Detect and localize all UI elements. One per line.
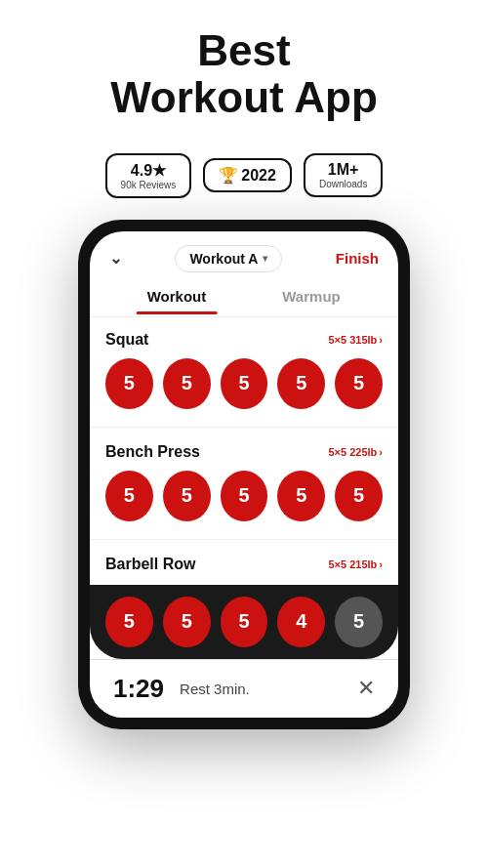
barbell-rep-5[interactable]: 5 xyxy=(335,597,383,647)
bench-chevron-icon: › xyxy=(379,446,383,458)
downloads-badge: 1M+ Downloads xyxy=(304,153,383,197)
barbell-name: Barbell Row xyxy=(105,556,195,573)
squat-circles: 5 5 5 5 5 xyxy=(105,358,383,409)
exercise-bench-press: Bench Press 5×5 225lb › 5 5 5 5 5 xyxy=(90,434,398,533)
barbell-header: Barbell Row 5×5 215lb › xyxy=(105,556,383,573)
award-value: 🏆 2022 xyxy=(219,166,276,185)
timer-label: Rest 3min. xyxy=(180,681,342,697)
squat-meta[interactable]: 5×5 315lb › xyxy=(328,334,383,346)
barbell-rep-4[interactable]: 4 xyxy=(277,597,325,647)
bench-meta[interactable]: 5×5 225lb › xyxy=(328,446,383,458)
bench-rep-1[interactable]: 5 xyxy=(105,471,153,521)
selector-chevron-icon: ▾ xyxy=(263,253,267,264)
exercise-squat: Squat 5×5 315lb › 5 5 5 5 5 xyxy=(90,321,398,421)
phone-top-bar: ⌄ Workout A ▾ Finish xyxy=(90,231,398,280)
tab-workout[interactable]: Workout xyxy=(109,280,244,314)
workout-selector-label: Workout A xyxy=(189,251,258,267)
bench-rep-3[interactable]: 5 xyxy=(221,471,268,521)
bench-header: Bench Press 5×5 225lb › xyxy=(105,443,383,461)
rating-value: 4.9★ xyxy=(131,161,166,180)
downloads-sub: Downloads xyxy=(319,179,367,189)
timer-time: 1:29 xyxy=(113,674,164,704)
bench-circles: 5 5 5 5 5 xyxy=(105,471,383,521)
phone-mockup: ⌄ Workout A ▾ Finish Workout Warmup xyxy=(78,220,410,729)
tab-warmup[interactable]: Warmup xyxy=(244,280,379,314)
barbell-rep-1[interactable]: 5 xyxy=(105,597,153,647)
squat-chevron-icon: › xyxy=(379,334,383,346)
close-timer-button[interactable]: ✕ xyxy=(357,676,375,701)
phone-wrapper: ⌄ Workout A ▾ Finish Workout Warmup xyxy=(0,220,488,729)
squat-rep-3[interactable]: 5 xyxy=(221,358,268,409)
finish-button[interactable]: Finish xyxy=(336,250,379,267)
award-badge: 🏆 2022 xyxy=(203,158,292,192)
workout-selector[interactable]: Workout A ▾ xyxy=(175,245,282,272)
squat-name: Squat xyxy=(105,331,148,349)
squat-header: Squat 5×5 315lb › xyxy=(105,331,383,349)
tab-divider xyxy=(90,316,398,317)
bench-rep-2[interactable]: 5 xyxy=(163,471,211,521)
squat-rep-5[interactable]: 5 xyxy=(335,358,383,409)
bottom-bar: 5 5 5 4 5 xyxy=(90,585,398,659)
bench-rep-5[interactable]: 5 xyxy=(335,471,383,521)
rest-timer: 1:29 Rest 3min. ✕ xyxy=(90,659,398,718)
barbell-rep-2[interactable]: 5 xyxy=(163,597,211,647)
exercise-barbell-row: Barbell Row 5×5 215lb › xyxy=(90,546,398,585)
header: Best Workout App xyxy=(0,0,488,140)
tabs-row: Workout Warmup xyxy=(90,280,398,314)
badges-row: 4.9★ 90k Reviews 🏆 2022 1M+ Downloads xyxy=(0,153,488,198)
downloads-value: 1M+ xyxy=(328,161,359,179)
trophy-icon: 🏆 xyxy=(219,166,238,185)
divider-1 xyxy=(90,427,398,428)
phone-screen: ⌄ Workout A ▾ Finish Workout Warmup xyxy=(90,231,398,718)
bench-rep-4[interactable]: 5 xyxy=(277,471,325,521)
bench-name: Bench Press xyxy=(105,443,200,461)
barbell-chevron-icon: › xyxy=(379,558,383,570)
barbell-rep-3[interactable]: 5 xyxy=(221,597,268,647)
squat-rep-4[interactable]: 5 xyxy=(277,358,325,409)
rating-sub: 90k Reviews xyxy=(121,180,177,190)
barbell-meta[interactable]: 5×5 215lb › xyxy=(328,558,383,570)
divider-2 xyxy=(90,539,398,540)
squat-rep-1[interactable]: 5 xyxy=(105,358,153,409)
chevron-down-icon[interactable]: ⌄ xyxy=(109,249,122,268)
rating-badge: 4.9★ 90k Reviews xyxy=(105,153,192,198)
squat-rep-2[interactable]: 5 xyxy=(163,358,211,409)
app-title: Best Workout App xyxy=(20,27,468,122)
